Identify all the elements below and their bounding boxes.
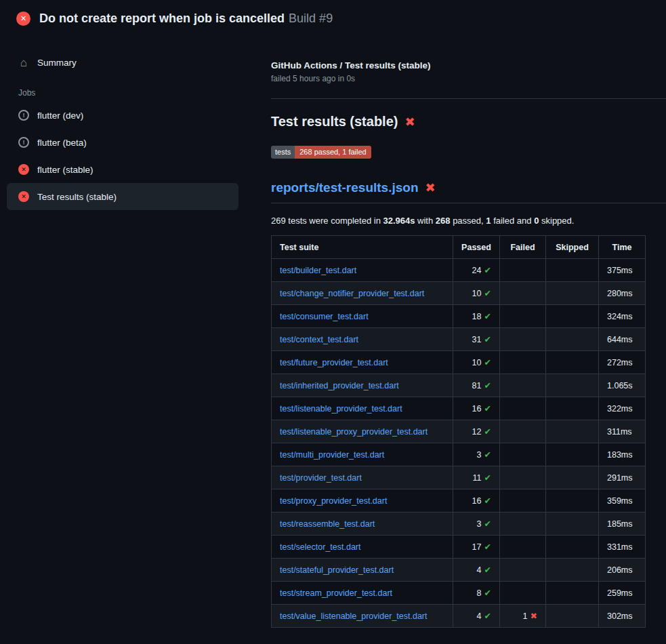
check-icon: ✔ (484, 450, 491, 460)
time-cell: 322ms (599, 397, 646, 420)
time-cell: 331ms (599, 536, 646, 559)
test-suite-link[interactable]: test/selector_test.dart (280, 542, 361, 552)
passed-count: 8 (477, 588, 482, 598)
check-icon: ✔ (484, 358, 491, 367)
failed-cell (500, 536, 546, 559)
table-row: test/context_test.dart31✔644ms (272, 328, 646, 351)
time-cell: 375ms (599, 259, 646, 282)
passed-count: 81 (472, 381, 482, 390)
suite-cell: test/change_notifier_provider_test.dart (272, 282, 453, 305)
failed-count: 1 (523, 611, 528, 621)
time-cell: 359ms (599, 489, 646, 512)
passed-cell: 11✔ (453, 466, 500, 489)
time-cell: 302ms (599, 605, 646, 628)
failed-cell (500, 374, 546, 397)
skipped-cell (546, 536, 599, 559)
suite-cell: test/listenable_provider_test.dart (272, 397, 453, 420)
passed-cell: 8✔ (453, 582, 500, 605)
skipped-cell (546, 305, 599, 328)
time-cell: 259ms (599, 582, 646, 605)
skipped-cell (546, 443, 599, 466)
test-suite-link[interactable]: test/consumer_test.dart (280, 312, 369, 321)
skipped-cell (546, 466, 599, 489)
check-icon: ✔ (484, 519, 491, 529)
test-suite-link[interactable]: test/inherited_provider_test.dart (280, 381, 399, 390)
check-icon: ✔ (484, 335, 491, 344)
report-link[interactable]: reports/test-results.json (271, 180, 419, 195)
run-title-text: Do not create report when job is cancell… (39, 12, 285, 25)
table-row: test/reassemble_test.dart3✔185ms (272, 512, 646, 536)
time-value: 302ms (607, 611, 633, 621)
sidebar-job-item[interactable]: !flutter (beta) (7, 129, 238, 156)
table-row: test/change_notifier_provider_test.dart1… (272, 282, 646, 305)
col-failed: Failed (500, 236, 546, 259)
time-cell: 206ms (599, 559, 646, 582)
page-layout: ⌂ Summary Jobs !flutter (dev)!flutter (b… (0, 35, 666, 628)
skipped-cell (546, 282, 599, 305)
failed-cell (500, 420, 546, 443)
test-suite-link[interactable]: test/listenable_proxy_provider_test.dart (280, 427, 428, 437)
suite-cell: test/inherited_provider_test.dart (272, 374, 453, 397)
test-suite-link[interactable]: test/multi_provider_test.dart (280, 450, 384, 460)
test-suite-link[interactable]: test/change_notifier_provider_test.dart (280, 289, 424, 298)
col-time: Time (599, 236, 646, 259)
sidebar-job-item[interactable]: !flutter (dev) (7, 102, 238, 129)
passed-count: 16 (472, 404, 482, 414)
sidebar-job-label: flutter (beta) (37, 138, 87, 148)
passed-count: 24 (472, 266, 482, 275)
passed-count: 12 (472, 427, 482, 437)
home-icon: ⌂ (18, 57, 29, 68)
failed-cell (500, 305, 546, 328)
test-suite-link[interactable]: test/stateful_provider_test.dart (280, 565, 394, 575)
table-row: test/value_listenable_provider_test.dart… (272, 605, 646, 628)
test-suite-link[interactable]: test/stream_provider_test.dart (280, 588, 392, 598)
check-icon: ✔ (484, 542, 491, 552)
time-value: 272ms (607, 358, 633, 367)
time-cell: 280ms (599, 282, 646, 305)
skipped-cell (546, 374, 599, 397)
passed-count: 3 (477, 519, 482, 529)
time-cell: 185ms (599, 512, 646, 536)
test-suite-link[interactable]: test/listenable_provider_test.dart (280, 404, 402, 414)
time-value: 206ms (607, 565, 633, 575)
check-icon: ✔ (484, 611, 491, 621)
passed-count: 31 (472, 335, 482, 344)
time-value: 324ms (607, 312, 633, 321)
passed-cell: 16✔ (453, 489, 500, 512)
time-cell: 311ms (599, 420, 646, 443)
suite-cell: test/provider_test.dart (272, 466, 453, 489)
passed-cell: 4✔ (453, 605, 500, 628)
test-suite-link[interactable]: test/context_test.dart (280, 335, 358, 344)
check-icon: ✔ (484, 588, 491, 598)
failed-status-icon: ✕ (16, 12, 30, 26)
test-suite-link[interactable]: test/builder_test.dart (280, 266, 356, 275)
time-value: 259ms (607, 588, 633, 598)
passed-cell: 10✔ (453, 282, 500, 305)
test-suite-link[interactable]: test/proxy_provider_test.dart (280, 496, 387, 506)
passed-cell: 24✔ (453, 259, 500, 282)
suite-cell: test/proxy_provider_test.dart (272, 489, 453, 512)
time-value: 322ms (607, 404, 633, 414)
sidebar-job-item[interactable]: ✕Test results (stable) (7, 183, 238, 210)
table-header-row: Test suite Passed Failed Skipped Time (272, 236, 646, 259)
col-passed: Passed (453, 236, 500, 259)
neutral-icon: ! (18, 137, 29, 148)
check-icon: ✔ (484, 473, 491, 483)
time-value: 311ms (607, 427, 632, 437)
check-icon: ✔ (484, 266, 491, 275)
passed-count: 18 (472, 312, 482, 321)
failed-cell (500, 466, 546, 489)
test-suite-link[interactable]: test/reassemble_test.dart (280, 519, 375, 529)
test-suite-link[interactable]: test/future_provider_test.dart (280, 358, 388, 367)
test-suite-link[interactable]: test/value_listenable_provider_test.dart (280, 611, 428, 621)
test-suite-link[interactable]: test/provider_test.dart (280, 473, 362, 483)
sidebar-item-summary[interactable]: ⌂ Summary (7, 49, 238, 76)
summary-number: 1 (486, 216, 491, 226)
table-row: test/proxy_provider_test.dart16✔359ms (272, 489, 646, 512)
table-row: test/stateful_provider_test.dart4✔206ms (272, 559, 646, 582)
passed-cell: 3✔ (453, 512, 500, 536)
failed-cell (500, 282, 546, 305)
sidebar-job-item[interactable]: ✕flutter (stable) (7, 156, 238, 183)
check-icon: ✔ (484, 496, 491, 506)
passed-count: 3 (477, 450, 482, 460)
